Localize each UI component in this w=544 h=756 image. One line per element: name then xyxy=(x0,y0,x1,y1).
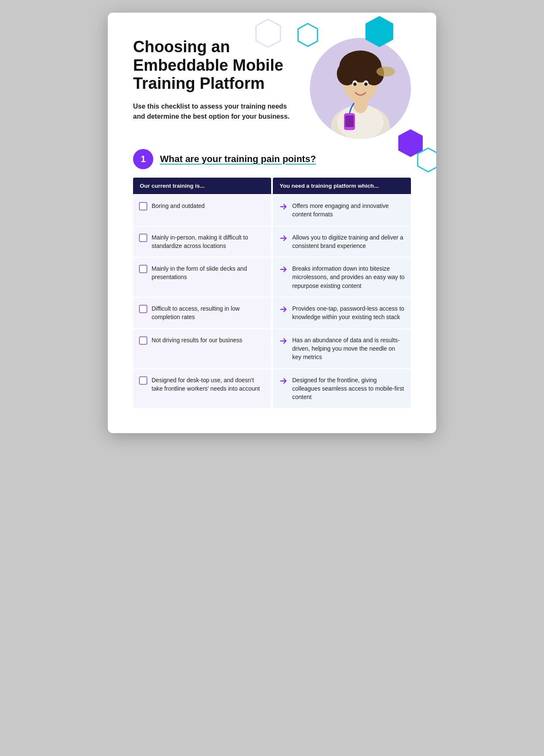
cell-left: Designed for desk-top use, and doesn't t… xyxy=(133,369,271,408)
table-row: Difficult to access, resulting in low co… xyxy=(133,298,411,328)
cell-left: Boring and outdated xyxy=(133,195,271,226)
table-rows: Boring and outdated Offers more engaging… xyxy=(133,195,411,408)
cell-left: Not driving results for our business xyxy=(133,329,271,368)
hex-outline-cyan2-icon xyxy=(417,147,436,173)
svg-point-20 xyxy=(376,67,395,77)
arrow-right-icon xyxy=(279,265,288,274)
cell-right-text: Designed for the frontline, giving colle… xyxy=(292,376,405,402)
hex-solid-blue-icon xyxy=(365,15,394,48)
table-row: Boring and outdated Offers more engaging… xyxy=(133,195,411,226)
header-text: Choosing an Embeddable Mobile Training P… xyxy=(133,34,310,122)
cell-right-text: Allows you to digitize training and deli… xyxy=(292,233,405,250)
cell-right: Has an abundance of data and is results-… xyxy=(273,329,411,368)
svg-point-16 xyxy=(353,83,357,86)
page-subtitle: Use this checklist to assess your traini… xyxy=(133,101,293,122)
table-row: Mainly in the form of slide decks and pr… xyxy=(133,258,411,297)
svg-point-13 xyxy=(342,52,379,74)
cell-right: Designed for the frontline, giving colle… xyxy=(273,369,411,408)
checkbox-4[interactable] xyxy=(139,336,147,345)
checkbox-2[interactable] xyxy=(139,265,147,273)
svg-marker-2 xyxy=(365,16,393,47)
arrow-right-icon xyxy=(279,305,288,314)
header-image xyxy=(310,38,411,139)
checkbox-5[interactable] xyxy=(139,376,147,385)
cell-right-text: Offers more engaging and innovative cont… xyxy=(292,202,405,219)
col-header-right: You need a training platform which... xyxy=(273,178,411,194)
person-illustration xyxy=(310,38,411,139)
cell-right: Allows you to digitize training and deli… xyxy=(273,226,411,257)
cell-left-text: Boring and outdated xyxy=(152,202,265,210)
checkbox-0[interactable] xyxy=(139,202,147,210)
cell-right: Offers more engaging and innovative cont… xyxy=(273,195,411,226)
cell-right: Provides one-tap, password-less access t… xyxy=(273,298,411,328)
svg-marker-4 xyxy=(418,148,436,172)
checkbox-3[interactable] xyxy=(139,305,147,313)
cell-left-text: Mainly in-person, making it difficult to… xyxy=(152,233,265,250)
cell-right-text: Provides one-tap, password-less access t… xyxy=(292,304,405,322)
table-row: Not driving results for our business Has… xyxy=(133,329,411,368)
cell-right: Breaks information down into bitesize mi… xyxy=(273,258,411,297)
svg-rect-19 xyxy=(345,115,354,127)
cell-left: Mainly in the form of slide decks and pr… xyxy=(133,258,271,297)
svg-marker-0 xyxy=(256,19,280,47)
section1-number: 1 xyxy=(133,149,153,169)
hex-outline-lilac-icon xyxy=(255,19,281,48)
svg-marker-1 xyxy=(298,24,317,46)
svg-point-17 xyxy=(364,83,368,86)
section1-title: What are your training pain points? xyxy=(160,154,316,165)
cell-right-text: Breaks information down into bitesize mi… xyxy=(292,264,405,290)
arrow-right-icon xyxy=(279,202,288,211)
table-header-row: Our current training is... You need a tr… xyxy=(133,178,411,194)
cell-left-text: Mainly in the form of slide decks and pr… xyxy=(152,264,265,282)
table-row: Designed for desk-top use, and doesn't t… xyxy=(133,369,411,408)
checklist-table: Our current training is... You need a tr… xyxy=(133,178,411,408)
cell-left: Mainly in-person, making it difficult to… xyxy=(133,226,271,257)
checkbox-1[interactable] xyxy=(139,234,147,242)
cell-left-text: Designed for desk-top use, and doesn't t… xyxy=(152,376,265,393)
arrow-right-icon xyxy=(279,336,288,346)
cell-right-text: Has an abundance of data and is results-… xyxy=(292,336,405,362)
cell-left: Difficult to access, resulting in low co… xyxy=(133,298,271,328)
col-header-left: Our current training is... xyxy=(133,178,271,194)
arrow-right-icon xyxy=(279,376,288,386)
cell-left-text: Not driving results for our business xyxy=(152,336,265,344)
cell-left-text: Difficult to access, resulting in low co… xyxy=(152,304,265,322)
table-row: Mainly in-person, making it difficult to… xyxy=(133,226,411,257)
header-section: Choosing an Embeddable Mobile Training P… xyxy=(133,34,411,139)
document-page: Choosing an Embeddable Mobile Training P… xyxy=(108,13,436,433)
section1-header: 1 What are your training pain points? xyxy=(133,149,411,169)
arrow-right-icon xyxy=(279,234,288,243)
hex-outline-cyan-icon xyxy=(297,23,318,47)
